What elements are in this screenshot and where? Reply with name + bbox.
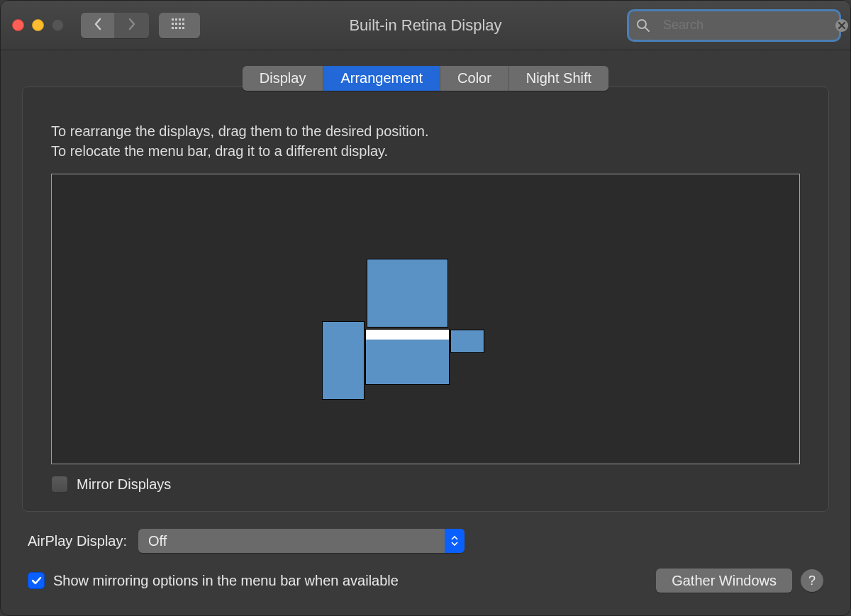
show-all-preferences-button[interactable] <box>159 13 200 38</box>
arrangement-panel: To rearrange the displays, drag them to … <box>22 86 829 512</box>
chevron-right-icon <box>127 18 137 33</box>
svg-rect-11 <box>182 27 184 29</box>
instructions-line-1: To rearrange the displays, drag them to … <box>51 121 800 141</box>
help-icon: ? <box>808 573 816 588</box>
menu-bar-indicator[interactable] <box>366 330 449 340</box>
chevron-left-icon <box>93 18 103 33</box>
svg-rect-10 <box>179 27 181 29</box>
airplay-row: AirPlay Display: Off <box>28 529 823 553</box>
gather-windows-label: Gather Windows <box>672 573 777 589</box>
mirror-displays-checkbox[interactable] <box>51 476 68 493</box>
search-field[interactable] <box>629 11 839 40</box>
svg-rect-5 <box>175 23 177 25</box>
back-button[interactable] <box>81 13 115 38</box>
tab-display[interactable]: Display <box>243 66 324 91</box>
grid-icon <box>172 18 187 33</box>
airplay-select[interactable]: Off <box>138 529 465 553</box>
svg-rect-6 <box>179 23 181 25</box>
tab-bar: DisplayArrangementColorNight Shift <box>22 66 829 91</box>
instructions: To rearrange the displays, drag them to … <box>51 121 800 161</box>
forward-button[interactable] <box>115 13 149 38</box>
display-main[interactable] <box>365 329 450 385</box>
svg-point-12 <box>638 20 646 28</box>
display-arrangement-area[interactable] <box>51 174 800 464</box>
help-button[interactable]: ? <box>801 569 823 592</box>
tab-arrangement[interactable]: Arrangement <box>323 66 440 91</box>
search-input[interactable] <box>662 11 829 40</box>
svg-line-13 <box>645 28 649 31</box>
clear-search-icon[interactable] <box>835 18 849 33</box>
display-top[interactable] <box>367 259 448 327</box>
display-left[interactable] <box>322 321 365 400</box>
content-area: DisplayArrangementColorNight Shift To re… <box>1 50 850 608</box>
traffic-lights <box>12 19 64 31</box>
show-mirroring-label: Show mirroring options in the menu bar w… <box>53 573 399 589</box>
mirror-displays-row: Mirror Displays <box>51 476 800 493</box>
svg-rect-7 <box>182 23 184 25</box>
select-stepper-icon <box>445 529 465 553</box>
svg-rect-9 <box>175 27 177 29</box>
mirror-displays-label: Mirror Displays <box>77 476 171 493</box>
svg-rect-0 <box>172 18 174 21</box>
tab-night-shift[interactable]: Night Shift <box>509 66 608 91</box>
svg-rect-8 <box>172 27 174 29</box>
show-mirroring-checkbox[interactable] <box>28 572 45 589</box>
nav-group <box>81 13 149 38</box>
window-zoom-button[interactable] <box>52 19 64 31</box>
titlebar: Built-in Retina Display <box>1 1 850 50</box>
window-minimize-button[interactable] <box>32 19 44 31</box>
gather-windows-button[interactable]: Gather Windows <box>656 569 792 593</box>
airplay-label: AirPlay Display: <box>28 533 127 549</box>
tab-color[interactable]: Color <box>440 66 509 91</box>
search-icon <box>636 18 650 33</box>
airplay-value: Off <box>148 533 167 549</box>
window-close-button[interactable] <box>12 19 24 31</box>
footer-row: Show mirroring options in the menu bar w… <box>28 569 823 593</box>
instructions-line-2: To relocate the menu bar, drag it to a d… <box>51 141 800 161</box>
svg-rect-3 <box>182 18 184 21</box>
svg-rect-4 <box>172 23 174 25</box>
display-right[interactable] <box>450 330 484 353</box>
svg-rect-1 <box>175 18 177 21</box>
svg-rect-2 <box>179 18 181 21</box>
